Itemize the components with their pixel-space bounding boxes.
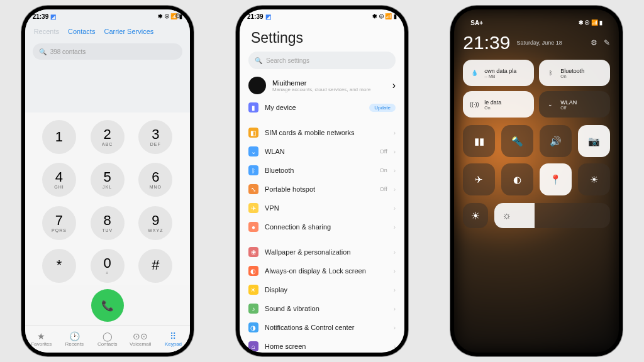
status-bar: SA+ ✱ ⦾ 📶 ▮ [463, 16, 610, 30]
quick-location[interactable]: 📍 [540, 163, 572, 195]
quick-sound[interactable]: 🔊 [540, 125, 572, 157]
key-*[interactable]: * [42, 249, 76, 283]
brightness-icon: ☼ [502, 210, 511, 221]
row-home-screen[interactable]: ⌂Home screen› [248, 337, 396, 353]
account-sub: Manage accounts, cloud services, and mor… [272, 87, 386, 92]
row-wallpaper-personalization[interactable]: ❀Wallpaper & personalization› [248, 243, 396, 261]
status-bar: 21:39◩ ✱ ⦾ 📶 ▮ [240, 9, 404, 23]
row-sim-cards-mobile-networks[interactable]: ◧SIM cards & mobile networks› [248, 123, 396, 142]
keypad: 12ABC3DEF4GHI5JKL6MNO7PQRS8TUV9WXYZ*0+# [25, 112, 190, 285]
row-wlan[interactable]: ⌄WLANOff› [248, 142, 396, 161]
key-9[interactable]: 9WXYZ [138, 206, 172, 240]
tile-bluetooth[interactable]: ᛒBluetoothOn [539, 60, 610, 86]
account-row[interactable]: Miuithemer Manage accounts, cloud servic… [248, 75, 396, 98]
nav-voicemail[interactable]: ⊙⊙Voicemail [124, 326, 157, 353]
tile-le-data[interactable]: ((·))le dataOn [463, 91, 534, 118]
row-notifications-control-center[interactable]: ◑Notifications & Control center› [248, 318, 396, 337]
nav-recents[interactable]: 🕑Recents [58, 326, 91, 353]
key-4[interactable]: 4GHI [42, 163, 76, 197]
row-display[interactable]: ☀Display› [248, 280, 396, 299]
key-#[interactable]: # [138, 249, 172, 283]
device-icon: ▮ [248, 102, 258, 112]
brightness-slider[interactable]: ☀ ☼ [463, 203, 610, 228]
nav-keypad[interactable]: ⠿Keypad [157, 326, 189, 353]
quick-camera[interactable]: 📷 [578, 125, 610, 157]
chevron-right-icon: › [392, 80, 396, 91]
cc-time: 21:39 [463, 32, 510, 53]
search-placeholder: Search settings [266, 57, 309, 64]
tile-own-data-pla[interactable]: 💧own data pla-- MB [463, 60, 534, 86]
row-always-on-display-lock-screen[interactable]: ◐Always-on display & Lock screen› [248, 261, 396, 280]
key-0[interactable]: 0+ [91, 249, 125, 283]
tab-carrier[interactable]: Carrier Services [104, 28, 153, 35]
settings-search[interactable]: 🔍 Search settings [248, 52, 396, 69]
quick-flashlight[interactable]: 🔦 [501, 125, 533, 157]
search-text: 398 contacts [50, 48, 86, 55]
page-title: Settings [240, 23, 404, 52]
key-2[interactable]: 2ABC [91, 120, 125, 154]
quick-dark-mode[interactable]: ◐ [501, 163, 533, 195]
call-button[interactable]: 📞 [91, 289, 124, 322]
row-bluetooth[interactable]: ᛒBluetoothOn› [248, 161, 396, 180]
gear-icon[interactable]: ⚙ [175, 12, 181, 20]
tab-recents[interactable]: Recents [34, 28, 59, 35]
key-8[interactable]: 8TUV [91, 206, 125, 240]
key-5[interactable]: 5JKL [91, 163, 125, 197]
row-sound-vibration[interactable]: ♪Sound & vibration› [248, 299, 396, 318]
quick-airplane[interactable]: ✈ [463, 163, 495, 195]
brightness-low-icon: ☀ [463, 203, 488, 228]
nav-favorites[interactable]: ★Favorites [25, 326, 58, 353]
status-bar: 21:39◩ ✱ ⦾ 📶 ▮ [25, 9, 190, 23]
search-icon: 🔍 [255, 57, 262, 64]
search-icon: 🔍 [39, 48, 47, 55]
contacts-search[interactable]: 🔍 398 contacts [33, 43, 182, 60]
edit-icon[interactable]: ✎ [604, 38, 610, 47]
avatar [248, 77, 266, 94]
nav-contacts[interactable]: ◯Contacts [91, 326, 123, 353]
cc-date: Saturday, June 18 [516, 40, 562, 46]
tile-wlan[interactable]: ⌄WLANOff [539, 91, 610, 118]
account-name: Miuithemer [272, 79, 386, 87]
key-7[interactable]: 7PQRS [42, 206, 76, 240]
tab-contacts[interactable]: Contacts [68, 28, 95, 35]
row-portable-hotspot[interactable]: ⤡Portable hotspotOff› [248, 180, 396, 199]
key-3[interactable]: 3DEF [138, 120, 172, 154]
row-connection-sharing[interactable]: ●Connection & sharing› [248, 217, 396, 236]
row-my-device[interactable]: ▮ My device Update [248, 98, 396, 117]
gear-icon[interactable]: ⚙ [591, 38, 597, 47]
key-6[interactable]: 6MNO [138, 163, 172, 197]
quick-auto-brightness[interactable]: ☀ [578, 163, 610, 195]
key-1[interactable]: 1 [42, 120, 76, 154]
quick-vibrate[interactable]: ▮▮ [463, 125, 495, 157]
bottom-nav: ★Favorites🕑Recents◯Contacts⊙⊙Voicemail⠿K… [25, 326, 190, 353]
row-vpn[interactable]: ✈VPN› [248, 199, 396, 217]
update-badge: Update [369, 104, 396, 112]
